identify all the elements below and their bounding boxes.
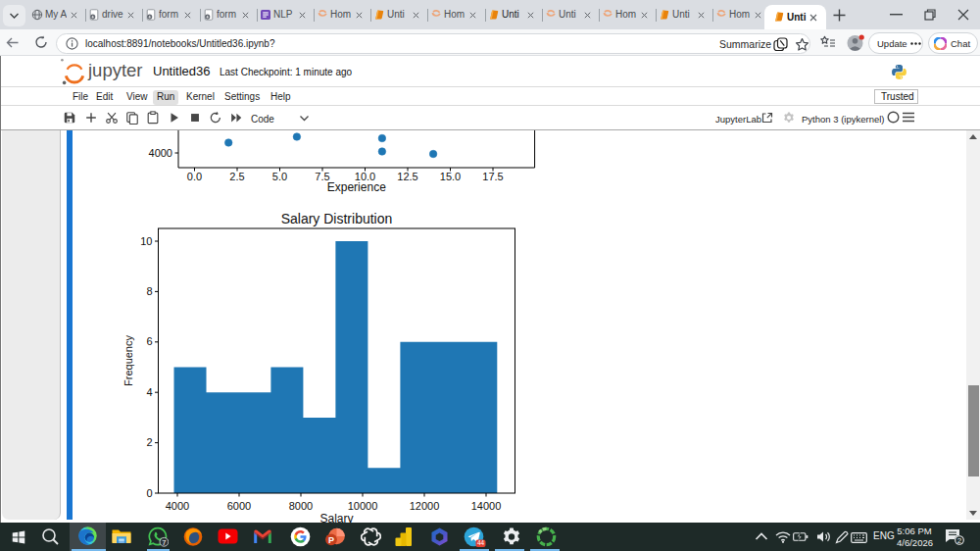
svg-text:Frequency: Frequency [122,335,134,386]
svg-text:P: P [328,535,334,545]
svg-text:6000: 6000 [227,500,251,512]
svg-text:8: 8 [146,285,152,297]
svg-text:15.0: 15.0 [440,171,461,182]
svg-text:10000: 10000 [348,500,378,512]
svg-text:12.5: 12.5 [397,171,417,182]
svg-text:Experience: Experience [327,180,386,194]
svg-text:4000: 4000 [166,500,189,512]
svg-text:5.0: 5.0 [272,171,287,182]
svg-text:14000: 14000 [471,500,502,512]
svg-text:8000: 8000 [289,500,313,512]
svg-text:6: 6 [146,335,152,347]
svg-text:44: 44 [477,539,485,546]
svg-text:17.5: 17.5 [482,171,503,182]
svg-text:4: 4 [146,386,152,398]
svg-text:7: 7 [162,538,166,547]
svg-text:2: 2 [957,536,962,545]
svg-text:4000: 4000 [149,147,172,159]
svg-text:10: 10 [140,235,152,247]
svg-text:12000: 12000 [410,500,440,512]
svg-text:2.5: 2.5 [229,171,244,182]
svg-text:2: 2 [146,436,152,448]
svg-text:Salary Distribution: Salary Distribution [281,211,393,226]
svg-text:Salary: Salary [319,512,353,523]
svg-text:0.0: 0.0 [187,171,202,182]
svg-text:0: 0 [146,487,152,499]
